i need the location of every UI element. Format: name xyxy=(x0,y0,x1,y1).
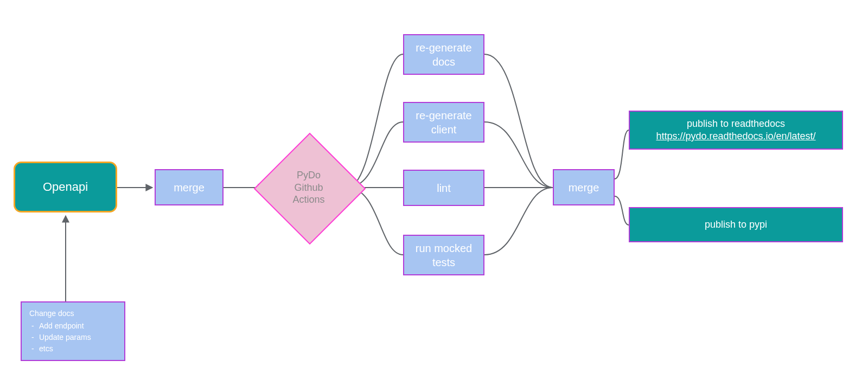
edge-regendocs-to-merge2 xyxy=(484,54,553,188)
node-merge2-label: merge xyxy=(569,181,599,195)
change-docs-item: etcs xyxy=(39,343,91,355)
node-lint-label: lint xyxy=(437,181,451,195)
publish-pypi-label: publish to pypi xyxy=(705,218,767,231)
change-docs-item: Update params xyxy=(39,332,91,343)
node-regenerate-docs-label: re-generate docs xyxy=(416,41,471,69)
change-docs-title: Change docs xyxy=(29,308,74,319)
node-publish-pypi: publish to pypi xyxy=(629,207,843,242)
publish-readthedocs-line1: publish to readthedocs xyxy=(687,118,785,130)
node-run-mocked-tests: run mocked tests xyxy=(403,235,484,275)
node-openapi: Openapi xyxy=(14,162,117,212)
edge-regenclient-to-merge2 xyxy=(484,122,553,188)
change-docs-item: Add endpoint xyxy=(39,320,91,332)
node-regenerate-client: re-generate client xyxy=(403,102,484,143)
publish-readthedocs-link[interactable]: https://pydo.readthedocs.io/en/latest/ xyxy=(656,130,815,143)
diagram-canvas: Openapi merge PyDo Github Actions re-gen… xyxy=(0,0,868,380)
node-decision-label: PyDo Github Actions xyxy=(270,149,347,226)
node-openapi-label: Openapi xyxy=(43,179,88,195)
edge-runmocked-to-merge2 xyxy=(484,188,553,255)
node-regenerate-docs: re-generate docs xyxy=(403,34,484,75)
node-publish-readthedocs: publish to readthedocs https://pydo.read… xyxy=(629,111,843,150)
edge-merge2-to-readthedocs xyxy=(615,130,629,179)
node-change-docs: Change docs Add endpoint Update params e… xyxy=(21,301,125,361)
node-decision: PyDo Github Actions xyxy=(270,149,347,226)
node-run-mocked-tests-label: run mocked tests xyxy=(416,241,473,269)
node-regenerate-client-label: re-generate client xyxy=(416,108,471,137)
node-merge2: merge xyxy=(553,169,615,205)
node-merge1: merge xyxy=(155,169,224,205)
edge-decision-to-regendocs xyxy=(347,54,403,188)
node-merge1-label: merge xyxy=(174,181,205,195)
edge-decision-to-regenclient xyxy=(347,122,403,188)
node-lint: lint xyxy=(403,170,484,206)
edge-merge2-to-pypi xyxy=(615,196,629,225)
change-docs-list: Add endpoint Update params etcs xyxy=(29,320,91,355)
